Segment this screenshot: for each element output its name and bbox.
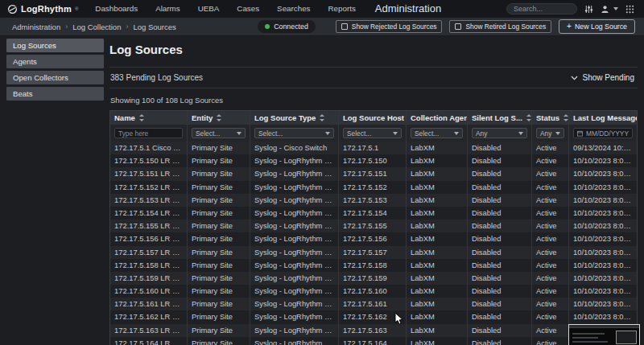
cell-entity: Primary Site [188, 324, 250, 337]
cell-status: Active [532, 259, 569, 272]
column-header-status[interactable]: Status [532, 111, 569, 125]
table-row[interactable]: 172.17.5.155 LR Sysl... Primary Site Sys… [110, 220, 637, 232]
log-source-type-filter-select[interactable]: Select... [254, 128, 334, 138]
entity-filter-select[interactable]: Select... [192, 128, 246, 138]
table-row[interactable]: 172.17.5.160 LR Sysl... Primary Site Sys… [110, 285, 637, 298]
column-header-log-source-host[interactable]: Log Source Host [339, 111, 407, 125]
cell-entity: Primary Site [188, 285, 250, 298]
cell-last-log-message: 10/10/2023 8:03 am [569, 285, 637, 298]
nav-dashboards[interactable]: Dashboards [86, 0, 147, 18]
column-header-silent-log-source[interactable]: Silent Log S... [468, 111, 532, 125]
breadcrumb-administration[interactable]: Administration [12, 23, 60, 31]
nav-alarms[interactable]: Alarms [147, 0, 188, 18]
cell-last-log-message: 10/10/2023 8:03 am [569, 154, 637, 167]
show-retired-checkbox[interactable]: Show Retired Log Sources [449, 20, 551, 33]
cell-log-source-type: Syslog - LogRhythm Syslog Ge... [250, 181, 339, 194]
cell-log-source-host: 172.17.5.155 [339, 220, 407, 232]
brand-name: LogRhythm [21, 4, 72, 14]
table-row[interactable]: 172.17.5.154 LR Sysl... Primary Site Sys… [110, 207, 637, 220]
breadcrumb: Administration › Log Collection › Log So… [0, 23, 176, 31]
cell-entity: Primary Site [188, 142, 250, 154]
cell-log-source-type: Syslog - LogRhythm Syslog Ge... [250, 194, 339, 207]
status-filter-select[interactable]: Any [536, 128, 564, 138]
table-row[interactable]: 172.17.5.158 LR Sysl... Primary Site Sys… [110, 259, 637, 272]
show-pending-toggle[interactable]: Show Pending [571, 73, 635, 82]
cell-name: 172.17.5.154 LR Sysl... [110, 207, 188, 220]
table-row[interactable]: 172.17.5.159 LR Sysl... Primary Site Sys… [110, 272, 637, 285]
cell-collection-agent: LabXM [407, 310, 468, 323]
table-row[interactable]: 172.17.5.151 LR Sysl... Primary Site Sys… [110, 167, 637, 180]
cell-collection-agent: LabXM [407, 181, 468, 194]
collection-agent-filter-select[interactable]: Select... [411, 128, 463, 138]
cell-last-log-message: 10/10/2023 8:03 am [569, 298, 637, 310]
table-row[interactable]: 172.17.5.161 LR Sysl... Primary Site Sys… [110, 298, 637, 310]
cell-last-log-message: 10/10/2023 8:03 am [569, 232, 637, 245]
cell-entity: Primary Site [188, 337, 250, 345]
nav-cases[interactable]: Cases [228, 0, 268, 18]
sort-icon [320, 114, 324, 121]
sidebar-item-open-collectors[interactable]: Open Collectors [6, 71, 104, 84]
breadcrumb-log-collection[interactable]: Log Collection [72, 23, 121, 31]
column-header-collection-agent[interactable]: Collection Agent [407, 111, 468, 125]
table-row[interactable]: 172.17.5.1 Cisco Swit... Primary Site Sy… [110, 142, 637, 154]
log-source-host-filter-select[interactable]: Select... [343, 128, 402, 138]
cell-log-source-host: 172.17.5.163 [339, 324, 407, 337]
cell-collection-agent: LabXM [407, 337, 468, 345]
table-row[interactable]: 172.17.5.164 LR Sysl... Primary Site Sys… [110, 337, 637, 345]
cell-log-source-type: Syslog - Cisco Switch [250, 142, 339, 154]
name-filter-input[interactable] [114, 128, 183, 138]
sidebar-item-beats[interactable]: Beats [6, 87, 104, 101]
table-row[interactable]: 172.17.5.157 LR Sysl... Primary Site Sys… [110, 246, 637, 259]
cell-last-log-message: 10/10/2023 8:03 am [569, 207, 637, 220]
cell-collection-agent: LabXM [407, 298, 468, 310]
cell-status: Active [532, 167, 569, 180]
cell-log-source-type: Syslog - LogRhythm Syslog Ge... [250, 285, 339, 298]
cell-name: 172.17.5.157 LR Sysl... [110, 246, 188, 259]
cell-log-source-type: Syslog - LogRhythm Syslog Ge... [250, 272, 339, 285]
search-input[interactable] [506, 3, 577, 14]
table-row[interactable]: 172.17.5.163 LR Sysl... Primary Site Sys… [110, 324, 637, 337]
show-rejected-checkbox[interactable]: Show Rejected Log Sources [336, 20, 443, 33]
cell-last-log-message: 10/10/2023 8:03 am [569, 181, 637, 194]
cell-name: 172.17.5.156 LR Sysl... [110, 232, 188, 245]
table-header-row: Name Entity Log Source Type Log Source H… [110, 111, 637, 125]
cell-collection-agent: LabXM [407, 285, 468, 298]
silent-log-source-filter-select[interactable]: Any [472, 128, 527, 138]
plus-icon: + [567, 23, 572, 30]
main-content: Log Sources 383 Pending Log Sources Show… [109, 35, 638, 345]
nav-searches[interactable]: Searches [268, 0, 319, 18]
logrhythm-logo[interactable]: LogRhythm® [0, 4, 86, 14]
table-row[interactable]: 172.17.5.156 LR Sysl... Primary Site Sys… [110, 232, 637, 245]
column-header-log-source-type[interactable]: Log Source Type [250, 111, 339, 125]
screen-preview-thumbnail[interactable] [568, 324, 640, 345]
column-header-entity[interactable]: Entity [188, 111, 250, 125]
last-log-message-date-filter[interactable]: MM/DD/YYYY [573, 128, 633, 138]
cell-silent-log-source: Disabled [468, 246, 532, 259]
caret-down-icon [518, 132, 523, 135]
cell-last-log-message: 09/13/2024 10:05 am [569, 142, 637, 154]
cell-log-source-type: Syslog - LogRhythm Syslog Ge... [250, 259, 339, 272]
cell-entity: Primary Site [188, 298, 250, 310]
column-header-name[interactable]: Name [110, 111, 188, 125]
table-row[interactable]: 172.17.5.153 LR Sysl... Primary Site Sys… [110, 194, 637, 207]
cell-name: 172.17.5.160 LR Sysl... [110, 285, 188, 298]
nav-reports[interactable]: Reports [320, 0, 365, 18]
table-row[interactable]: 172.17.5.150 LR Sysl... Primary Site Sys… [110, 154, 637, 167]
cell-log-source-host: 172.17.5.152 [339, 181, 407, 194]
sidebar-item-log-sources[interactable]: Log Sources [6, 39, 104, 52]
nav-ueba[interactable]: UEBA [189, 0, 229, 18]
app-grid-icon[interactable] [625, 5, 634, 14]
column-header-last-log-message[interactable]: Last Log Message [569, 111, 637, 125]
cell-collection-agent: LabXM [407, 220, 468, 232]
sidebar-item-agents[interactable]: Agents [6, 55, 104, 68]
cell-silent-log-source: Disabled [468, 272, 532, 285]
user-menu-icon[interactable] [601, 5, 618, 14]
sliders-icon[interactable] [584, 5, 593, 14]
nav-administration-active[interactable]: Administration [365, 0, 452, 18]
cell-log-source-type: Syslog - LogRhythm Syslog Ge... [250, 298, 339, 310]
breadcrumb-log-sources[interactable]: Log Sources [133, 23, 175, 31]
caret-down-icon [555, 132, 560, 135]
table-row[interactable]: 172.17.5.152 LR Sysl... Primary Site Sys… [110, 181, 637, 194]
new-log-source-button[interactable]: + New Log Source [559, 19, 635, 34]
table-row[interactable]: 172.17.5.162 LR Sysl... Primary Site Sys… [110, 310, 637, 323]
